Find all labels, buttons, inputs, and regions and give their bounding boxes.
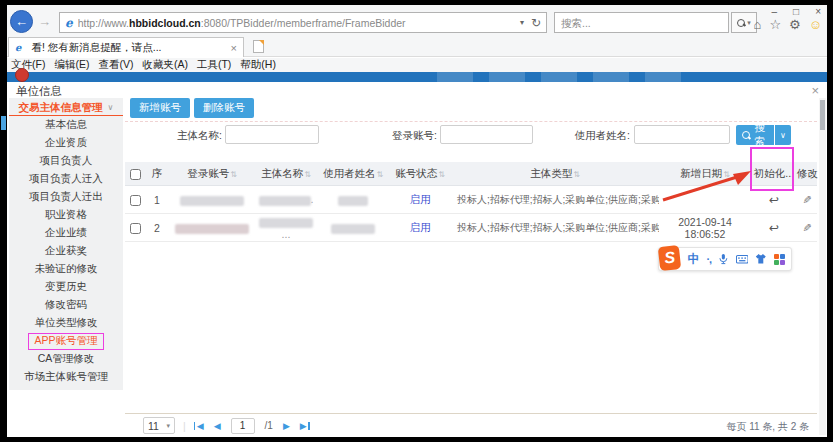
col-login[interactable]: 登录账号⇅ [169, 167, 255, 181]
refresh-icon[interactable]: ↻ [531, 16, 541, 30]
minimize-button[interactable]: – [772, 5, 778, 19]
address-bar[interactable]: e http://www.hbbidcloud.cn:8080/TPBidder… [59, 12, 547, 33]
menu-view[interactable]: 查看(V) [98, 58, 133, 72]
sort-icon: ⇅ [376, 170, 383, 179]
settings-gear-icon[interactable]: ⚙ [789, 17, 801, 32]
page-size-value: 11 [148, 420, 159, 432]
col-name[interactable]: 主体名称⇅ [255, 167, 317, 181]
row-checkbox[interactable] [130, 195, 141, 206]
forward-button[interactable]: → [38, 14, 51, 29]
sidebar-item-ca-management-modify[interactable]: CA管理修改 [9, 350, 123, 368]
sogou-ime-toolbar: S 中 ·, [658, 247, 792, 271]
home-icon[interactable]: ⌂ [754, 17, 762, 32]
sidebar-item-change-history[interactable]: 变更历史 [9, 278, 123, 296]
edit-pencil-icon[interactable]: ✎ [801, 195, 814, 204]
ime-language-mode-icon[interactable]: 中 [687, 251, 699, 268]
window-controls: – □ × [772, 5, 821, 19]
menu-help[interactable]: 帮助(H) [240, 58, 276, 72]
sidebar-item-label: 项目负责人迁出 [29, 190, 103, 204]
init-undo-icon[interactable]: ↩ [769, 221, 779, 235]
next-page-button[interactable]: ▶ [283, 421, 290, 431]
page-number-input[interactable] [231, 418, 255, 434]
close-window-button[interactable]: × [815, 5, 821, 19]
favorites-star-icon[interactable]: ☆ [769, 17, 781, 32]
subject-name-input[interactable] [225, 125, 319, 144]
row-checkbox[interactable] [130, 223, 141, 234]
edit-pencil-icon[interactable]: ✎ [801, 223, 814, 232]
redacted-user [338, 196, 368, 206]
modal-close-icon[interactable]: × [811, 83, 819, 98]
feedback-smiley-icon[interactable]: ☺ [809, 17, 822, 32]
scrollbar-thumb[interactable] [820, 100, 825, 130]
sidebar-item-enterprise-awards[interactable]: 企业获奖 [9, 242, 123, 260]
new-tab-button[interactable] [253, 40, 264, 53]
url-path: :8080/TPBidder/memberframe/FrameBidder [201, 17, 406, 29]
magnifier-icon [737, 19, 745, 27]
last-page-button[interactable]: ▶ [300, 421, 310, 431]
redaction-ellipsis: ... [282, 228, 291, 240]
menu-tools[interactable]: 工具(T) [197, 58, 231, 72]
tab-title: 看! 您有新消息提醒，请点... [31, 41, 225, 55]
search-dropdown-button[interactable]: ∨ [775, 125, 791, 145]
menu-favorites[interactable]: 收藏夹(A) [142, 58, 188, 72]
login-account-input[interactable] [440, 125, 533, 144]
sidebar-item-label: 项目负责人迁入 [29, 172, 103, 186]
sidebar-item-professional-qualification[interactable]: 职业资格 [9, 206, 123, 224]
back-button[interactable]: ← [10, 10, 33, 33]
browser-search-box[interactable] [554, 12, 729, 33]
col-date[interactable]: 新增日期⇅ [659, 167, 751, 181]
sidebar-item-project-leader-transfer-out[interactable]: 项目负责人迁出 [9, 188, 123, 206]
sidebar-item-label: 职业资格 [45, 208, 87, 222]
ime-punctuation-icon[interactable]: ·, [706, 253, 711, 265]
restore-button[interactable]: □ [793, 5, 799, 19]
skin-tshirt-icon[interactable] [755, 253, 767, 265]
select-all-checkbox[interactable] [130, 169, 141, 180]
page-size-select[interactable]: 11 ▾ [143, 417, 175, 434]
sidebar-item-change-password[interactable]: 修改密码 [9, 296, 123, 314]
search-button[interactable]: 搜索 [736, 125, 774, 145]
status-badge: 启用 [389, 193, 451, 207]
sidebar-item-label: 企业获奖 [45, 244, 87, 258]
sogou-logo-icon[interactable]: S [658, 245, 682, 271]
sidebar-item-project-leader[interactable]: 项目负责人 [9, 152, 123, 170]
subject-type-cell: 投标人;招标代理;招标人;采购单位;供应商;采购代理 [451, 193, 659, 207]
prev-page-button[interactable]: ◀ [214, 421, 221, 431]
vertical-scrollbar[interactable] [819, 98, 826, 435]
col-type[interactable]: 主体类型⇅ [451, 167, 659, 181]
site-nav-placeholder [437, 72, 681, 82]
table-header-row: 序 登录账号⇅ 主体名称⇅ 使用者姓名⇅ 账号状态⇅ 主体类型⇅ 新增日期⇅ 初… [125, 162, 817, 186]
menu-edit[interactable]: 编辑(E) [54, 58, 89, 72]
pagination-summary: 每页 11 条, 共 2 条 [726, 420, 809, 434]
keyboard-icon[interactable] [736, 253, 749, 265]
sidebar-item-enterprise-qualification[interactable]: 企业资质 [9, 134, 123, 152]
sidebar-item-market-entity-account-management[interactable]: 市场主体账号管理 [9, 368, 123, 386]
browser-tab[interactable]: e 看! 您有新消息提醒，请点... × [8, 37, 244, 57]
sidebar-item-unit-type-modify[interactable]: 单位类型修改 [9, 314, 123, 332]
sidebar-item-label: 修改密码 [45, 298, 87, 312]
sidebar-item-unverified-changes[interactable]: 未验证的修改 [9, 260, 123, 278]
init-undo-icon[interactable]: ↩ [769, 193, 779, 207]
browser-search-input[interactable] [555, 14, 728, 33]
ime-toolbox-grid-icon[interactable] [774, 254, 785, 265]
add-account-button[interactable]: 新增账号 [130, 98, 190, 118]
microphone-icon[interactable] [718, 252, 729, 266]
col-status[interactable]: 账号状态⇅ [389, 167, 451, 181]
background-scrollbar-fragment [1, 116, 6, 130]
sidebar-item-enterprise-performance[interactable]: 企业业绩 [9, 224, 123, 242]
user-name-input[interactable] [634, 125, 730, 144]
sidebar-item-basic-info[interactable]: 基本信息 [9, 116, 123, 134]
modal-header: 单位信息 × [7, 82, 827, 98]
url-dropdown-icon[interactable]: ▾ [520, 18, 524, 27]
col-user[interactable]: 使用者姓名⇅ [317, 167, 389, 181]
screenshot-frame: ← → e http://www.hbbidcloud.cn:8080/TPBi… [0, 0, 833, 442]
tab-close-icon[interactable]: × [231, 42, 237, 54]
pagination-bar: 11 ▾ | ◀ ◀ /1 ▶ ▶ 每页 11 条, 共 2 条 [125, 413, 817, 437]
delete-account-button[interactable]: 删除账号 [194, 98, 254, 118]
sidebar-item-project-leader-transfer-in[interactable]: 项目负责人迁入 [9, 170, 123, 188]
sidebar-group-trade-subject-info[interactable]: 交易主体信息管理 ∨ [9, 98, 123, 116]
first-page-button[interactable]: ◀ [194, 421, 204, 431]
sidebar-item-app-account-management[interactable]: APP账号管理 [9, 332, 123, 350]
subject-name-label: 主体名称: [177, 129, 222, 143]
main-content: 新增账号 删除账号 主体名称: 登录账号: 使用者姓名: 搜索 [125, 98, 817, 437]
sidebar-item-label: 基本信息 [45, 118, 87, 132]
